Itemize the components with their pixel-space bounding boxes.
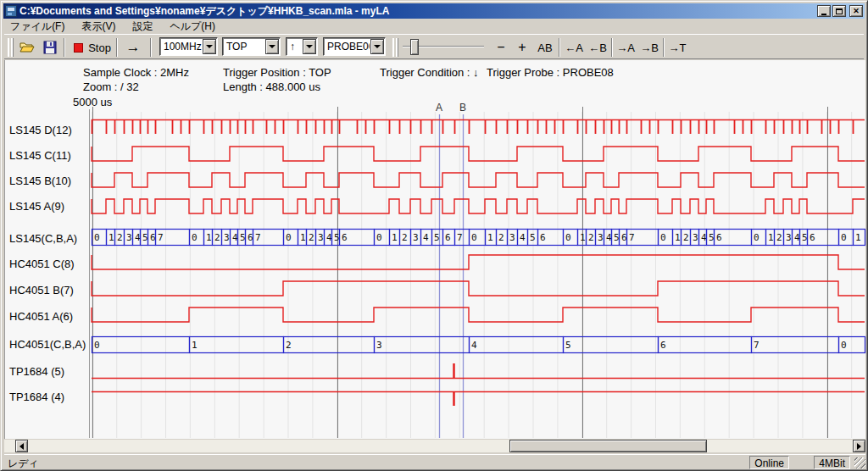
- bus-value: 0: [94, 340, 100, 351]
- bus-value: 2: [214, 232, 220, 243]
- bus-value: 5: [240, 232, 246, 243]
- bus-value: 2: [117, 232, 123, 243]
- bus-value: 5: [142, 232, 148, 243]
- bus-value: 4: [471, 340, 477, 351]
- bit-trace: [92, 308, 865, 322]
- bus-cell: [752, 337, 839, 353]
- bus-value: 3: [126, 232, 132, 243]
- scrollbar-thumb[interactable]: [509, 440, 707, 452]
- bus-value: 7: [158, 232, 164, 243]
- bus-value: 2: [588, 232, 594, 243]
- bus-value: 2: [286, 340, 292, 351]
- bus-value: 1: [108, 232, 114, 243]
- arrow-left-icon: [19, 443, 24, 450]
- online-status-badge: Online: [749, 456, 789, 469]
- bus-value: 0: [841, 340, 847, 351]
- app-window: C:¥Documents and Settings¥noname¥デスクトップ¥…: [0, 0, 868, 471]
- bus-value: 6: [660, 340, 666, 351]
- bus-value: 5: [565, 340, 571, 351]
- bus-value: 7: [457, 232, 463, 243]
- bus-cell: [470, 337, 564, 353]
- bus-value: 3: [693, 232, 698, 243]
- bus-value: 3: [318, 232, 324, 243]
- bus-value: 0: [192, 232, 198, 243]
- bus-value: 3: [413, 232, 419, 243]
- bus-value: 1: [392, 232, 398, 243]
- bus-value: 6: [540, 232, 546, 243]
- bus-value: 6: [621, 232, 627, 243]
- bus-value: 2: [309, 232, 314, 243]
- bus-value: 1: [675, 232, 681, 243]
- bus-value: 0: [471, 232, 477, 243]
- cursor-b-label: B: [459, 102, 466, 114]
- bus-value: 4: [423, 232, 429, 243]
- bus-value: 0: [565, 232, 571, 243]
- bus-value: 5: [530, 232, 536, 243]
- bus-value: 2: [776, 232, 782, 243]
- bus-value: 5: [334, 232, 340, 243]
- bus-value: 3: [509, 232, 515, 243]
- bus-value: 2: [683, 232, 689, 243]
- bus-value: 1: [580, 232, 586, 243]
- bus-value: 0: [754, 232, 760, 243]
- bus-value: 2: [402, 232, 408, 243]
- bus-value: 4: [520, 232, 526, 243]
- bus-value: 1: [206, 232, 212, 243]
- bit-trace: [92, 147, 865, 161]
- bus-value: 7: [754, 340, 760, 351]
- bus-value: 1: [487, 232, 493, 243]
- scroll-left-button[interactable]: [15, 440, 28, 452]
- bus-cell: [284, 337, 375, 353]
- bus-value: 5: [709, 232, 715, 243]
- bus-value: 3: [786, 232, 792, 243]
- bus-value: 0: [660, 232, 666, 243]
- arrow-right-icon: [857, 443, 861, 450]
- status-bar: レディ Online 4MBit: [4, 454, 865, 469]
- bus-value: 6: [445, 232, 451, 243]
- bus-cell: [92, 337, 190, 353]
- bus-value: 7: [629, 232, 635, 243]
- bus-value: 1: [855, 232, 861, 243]
- bus-cell: [190, 337, 284, 353]
- bus-value: 5: [614, 232, 620, 243]
- cursor-a-label: A: [436, 102, 442, 114]
- bus-value: 7: [255, 232, 261, 243]
- bus-value: 3: [224, 232, 230, 243]
- bus-value: 2: [498, 232, 504, 243]
- bus-value: 6: [810, 232, 815, 243]
- bit-trace: [92, 199, 865, 213]
- bus-value: 0: [376, 232, 382, 243]
- bus-value: 0: [841, 232, 847, 243]
- status-ready-text: レディ: [8, 457, 39, 471]
- bus-value: 5: [802, 232, 808, 243]
- bus-value: 3: [376, 340, 382, 351]
- bus-value: 5: [434, 232, 440, 243]
- horizontal-scrollbar[interactable]: [4, 440, 865, 452]
- bus-cell: [375, 337, 470, 353]
- bit-trace: [92, 255, 865, 269]
- bus-value: 6: [342, 232, 348, 243]
- bus-value: 0: [94, 232, 100, 243]
- bus-value: 1: [768, 232, 774, 243]
- resize-grip[interactable]: [854, 457, 865, 468]
- bus-value: 6: [716, 232, 722, 243]
- bus-value: 3: [598, 232, 604, 243]
- bit-trace: [92, 173, 865, 187]
- bus-value: 6: [248, 232, 253, 243]
- scroll-right-button[interactable]: [853, 440, 865, 452]
- bus-cell: [564, 337, 659, 353]
- bus-value: 0: [286, 232, 292, 243]
- bus-value: 1: [300, 232, 306, 243]
- bit-trace: [92, 281, 865, 296]
- bus-value: 1: [192, 340, 198, 351]
- waveform-canvas[interactable]: AB01234567012345670123456012345670123456…: [1, 1, 868, 471]
- bus-value: 6: [150, 232, 156, 243]
- memory-size-badge: 4MBit: [814, 456, 850, 469]
